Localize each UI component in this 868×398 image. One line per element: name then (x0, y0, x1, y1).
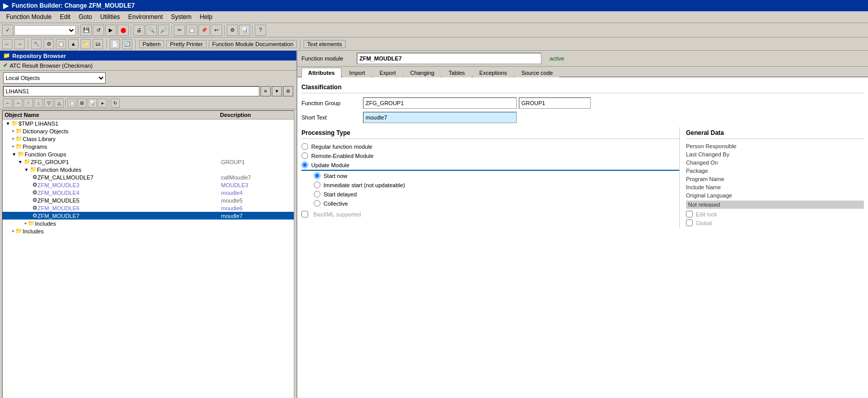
save-btn[interactable]: 💾 (80, 25, 92, 36)
radio-remote-label[interactable]: Remote-Enabled Module (311, 153, 374, 159)
refresh-btn[interactable]: ↺ (93, 25, 104, 36)
tree-row-fgroups[interactable]: ▼ 📁 Function Groups (3, 150, 294, 158)
check-btn[interactable]: ✓ (2, 25, 13, 36)
tree-next-btn[interactable]: → (13, 98, 23, 108)
menu-environment[interactable]: Environment (124, 12, 167, 22)
tree-row-m3[interactable]: ⚙ ZFM_MOUDLE3 MOUDLE3 (3, 181, 294, 189)
nav8[interactable]: 🔄 (122, 39, 132, 49)
global-checkbox[interactable] (686, 220, 693, 226)
find-btn[interactable]: 🔍 (146, 25, 157, 36)
radio-regular-input[interactable] (301, 143, 308, 150)
toolbar-dropdown[interactable] (14, 25, 76, 35)
help-btn[interactable]: ? (255, 25, 266, 36)
clear-search-btn[interactable]: ✕ (260, 86, 271, 96)
nav1[interactable]: 🔧 (31, 39, 42, 49)
tree-area[interactable]: Object Name Description ▼ 📁 $TMP LIHANS1… (2, 110, 294, 398)
cut-btn[interactable]: ✂ (174, 25, 185, 36)
find2-btn[interactable]: 🔎 (158, 25, 169, 36)
tree-view-btn[interactable]: 📊 (88, 98, 97, 108)
tab-export[interactable]: Export (373, 68, 402, 77)
text-elements-btn[interactable]: Text elements (304, 40, 346, 48)
nav7[interactable]: 📄 (110, 39, 120, 49)
tab-import[interactable]: Import (342, 68, 372, 77)
tab-exceptions[interactable]: Exceptions (473, 68, 514, 77)
tree-row-call[interactable]: ⚙ ZFM_CALLMOUDLE7 callMoudle7 (3, 173, 294, 181)
pattern-btn[interactable]: Pattern (139, 40, 164, 48)
tree-filter-btn[interactable]: ▽ (44, 98, 53, 108)
fg-input[interactable] (363, 97, 517, 109)
tree-row-programs[interactable]: + 📁 Programs (3, 143, 294, 150)
nav3[interactable]: 📋 (56, 39, 66, 49)
tree-row-dict[interactable]: + 📁 Dictionary Objects (3, 127, 294, 135)
tree-row-class[interactable]: + 📁 Class Library (3, 135, 294, 143)
tree-row-m5[interactable]: ⚙ ZFM_MOUDLE5 moudle5 (3, 196, 294, 204)
search-input[interactable] (3, 86, 259, 96)
menu-help[interactable]: Help (195, 12, 216, 22)
prog-label: Programs (23, 144, 221, 150)
tab-changing[interactable]: Changing (403, 68, 441, 77)
tree-obj-btn[interactable]: 📋 (67, 98, 76, 108)
radio-immediate-input[interactable] (314, 182, 320, 188)
tab-tables[interactable]: Tables (442, 68, 472, 77)
menu-system[interactable]: System (167, 12, 195, 22)
radio-startnow-input[interactable] (314, 172, 320, 179)
tree-row-tmp[interactable]: ▼ 📁 $TMP LIHANS1 (3, 120, 294, 127)
copy-btn[interactable]: 📋 (186, 25, 197, 36)
radio-remote-input[interactable] (301, 152, 308, 159)
radio-update-input[interactable] (301, 162, 308, 168)
forward-btn[interactable]: ▶ (105, 25, 116, 36)
tree-expand-btn[interactable]: ⊞ (77, 98, 87, 108)
menu-utilities[interactable]: Utilities (96, 12, 124, 22)
m5-label: ZFM_MOUDLE5 (37, 197, 221, 204)
menu-edit[interactable]: Edit (56, 12, 75, 22)
tab-attributes[interactable]: Attributes (301, 68, 341, 77)
radio-delayed-input[interactable] (314, 191, 320, 197)
radio-update-label[interactable]: Update Module (311, 162, 350, 168)
radio-delayed-label[interactable]: Start delayed (324, 191, 357, 197)
menu-goto[interactable]: Goto (74, 12, 96, 22)
paste-btn[interactable]: 📌 (198, 25, 210, 36)
fm-input[interactable] (357, 53, 541, 64)
tree-down-btn[interactable]: ↓ (34, 98, 43, 108)
radio-startnow-label[interactable]: Start now (324, 173, 347, 179)
tree-row-inc2[interactable]: + 📁 Includes (3, 227, 294, 235)
print-btn[interactable]: 🖨 (133, 25, 145, 36)
local-objects-dropdown[interactable]: Local Objects (3, 72, 106, 84)
radio-immediate-label[interactable]: Immediate start (not updateable) (324, 182, 405, 188)
tree-more-btn[interactable]: ▸ (98, 98, 107, 108)
sep1 (78, 25, 78, 35)
tree-row-m4[interactable]: ⚙ ZFM_MOUDLE4 moudle4 (3, 189, 294, 196)
basxml-checkbox[interactable] (301, 211, 308, 217)
menu-function-module[interactable]: Function Module (2, 12, 56, 22)
stop-btn[interactable]: ⬤ (117, 25, 129, 36)
undo-btn[interactable]: ↩ (211, 25, 222, 36)
nav4[interactable]: ▲ (68, 39, 78, 49)
nav2[interactable]: ⚙ (44, 39, 54, 49)
edit-lock-checkbox[interactable] (686, 211, 693, 217)
radio-collective-label[interactable]: Collective (324, 201, 348, 207)
radio-collective-input[interactable] (314, 200, 320, 207)
tree-row-fmod[interactable]: ▼ 📁 Function Modules (3, 166, 294, 173)
tree-up2-btn[interactable]: △ (54, 98, 64, 108)
radio-regular-label[interactable]: Regular function module (311, 144, 372, 150)
nav5[interactable]: 📁 (80, 39, 91, 49)
fwd-btn[interactable]: → (14, 39, 25, 49)
tree-row-inc[interactable]: + 📁 Includes (3, 220, 294, 227)
fg-short-input[interactable] (519, 97, 591, 109)
st-input[interactable] (363, 112, 517, 123)
tab-sourcecode[interactable]: Source code (515, 68, 560, 77)
exec-btn[interactable]: ⚙ (227, 25, 238, 36)
filter-btn[interactable]: ▼ (272, 86, 282, 96)
fm-doc-btn[interactable]: Function Module Documentation (209, 40, 297, 48)
pretty-printer-btn[interactable]: Pretty Printer (166, 40, 206, 48)
tree-row-zfg[interactable]: ▼ 📁 ZFG_GROUP1 GROUP1 (3, 158, 294, 166)
tree-up-btn[interactable]: ↑ (24, 98, 33, 108)
nav6[interactable]: 🗂 (93, 39, 103, 49)
tree-row-m7[interactable]: ⚙ ZFM_MOUDLE7 moudle7 (3, 212, 294, 220)
tree-prev-btn[interactable]: ← (3, 98, 12, 108)
back-btn[interactable]: ← (2, 39, 12, 49)
options-btn[interactable]: ⚙ (283, 86, 293, 96)
tree-row-m6[interactable]: ⚙ ZFM_MOUDLE6 moudle6 (3, 204, 294, 212)
exec2-btn[interactable]: 📊 (239, 25, 250, 36)
tree-refresh-btn[interactable]: ↻ (111, 98, 120, 108)
